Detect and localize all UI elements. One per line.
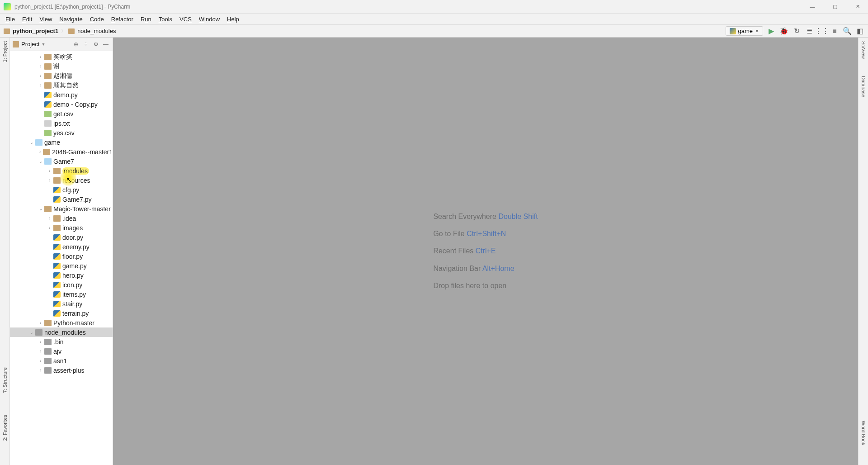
empty-line: Drop files here to open bbox=[433, 282, 506, 289]
menu-window[interactable]: Window bbox=[195, 14, 223, 24]
run-config-selector[interactable]: game ▼ bbox=[726, 26, 763, 36]
tree-row-node_modules[interactable]: ⌄node_modules bbox=[10, 327, 113, 337]
tree-row-cfg.py[interactable]: ·cfg.py bbox=[10, 185, 113, 195]
tree-row-stair.py[interactable]: ·stair.py bbox=[10, 299, 113, 308]
gutter-sciview[interactable]: SciView bbox=[861, 39, 866, 61]
tree-row-ips.txt[interactable]: ·ips.txt bbox=[10, 119, 113, 128]
tree-label: 2048-Game--master1 bbox=[52, 148, 113, 156]
menu-vcs[interactable]: VCS bbox=[176, 14, 195, 24]
folder-icon bbox=[44, 82, 52, 89]
tree-row-door.py[interactable]: ·door.py bbox=[10, 232, 113, 242]
tree-row-demo.py[interactable]: ·demo.py bbox=[10, 90, 113, 100]
tree-row-.idea[interactable]: ›.idea bbox=[10, 214, 113, 223]
shortcut: Ctrl+E bbox=[476, 247, 496, 255]
chevron-right-icon[interactable]: › bbox=[46, 168, 53, 173]
close-button[interactable]: ✕ bbox=[851, 2, 864, 11]
tree-row-icon.py[interactable]: ·icon.py bbox=[10, 280, 113, 289]
tree-row-items.py[interactable]: ·items.py bbox=[10, 289, 113, 299]
chevron-right-icon[interactable]: › bbox=[37, 64, 44, 69]
breadcrumb-root[interactable]: python_project1 bbox=[13, 28, 58, 34]
chevron-right-icon[interactable]: › bbox=[37, 149, 43, 154]
run-coverage-button[interactable]: ↻ bbox=[792, 27, 801, 36]
tree-row-2048-Game--master1[interactable]: ›2048-Game--master1 bbox=[10, 147, 113, 157]
chevron-down-icon[interactable]: ⌄ bbox=[28, 330, 35, 335]
tree-row-terrain.py[interactable]: ·terrain.py bbox=[10, 308, 113, 318]
menu-code[interactable]: Code bbox=[86, 14, 108, 24]
chevron-right-icon[interactable]: › bbox=[37, 358, 44, 363]
tree-row-assert-plus[interactable]: ›assert-plus bbox=[10, 365, 113, 375]
menu-run[interactable]: Run bbox=[137, 14, 155, 24]
stop-button[interactable]: ■ bbox=[830, 27, 839, 36]
hide-icon[interactable]: — bbox=[102, 40, 110, 48]
chevron-down-icon[interactable]: ⌄ bbox=[28, 140, 35, 145]
editor-area[interactable]: Search Everywhere Double Shift Go to Fil… bbox=[113, 38, 858, 465]
gutter-database[interactable]: Database bbox=[861, 74, 866, 99]
empty-line: Recent Files bbox=[433, 247, 475, 255]
tree-row-谢[interactable]: ›谢 bbox=[10, 62, 113, 71]
breadcrumb-item[interactable]: node_modules bbox=[77, 28, 116, 34]
collapse-icon[interactable]: ÷ bbox=[82, 40, 90, 48]
chevron-down-icon[interactable]: ⌄ bbox=[37, 206, 44, 211]
tree-row-hero.py[interactable]: ·hero.py bbox=[10, 270, 113, 280]
tree-row-赵湘儒[interactable]: ›赵湘儒 bbox=[10, 71, 113, 81]
cursor-icon: ↖ bbox=[66, 176, 72, 184]
tree-row-.bin[interactable]: ›.bin bbox=[10, 337, 113, 346]
concurrency-button[interactable]: ⋮⋮ bbox=[817, 27, 826, 36]
tree-row-Magic-Tower-master[interactable]: ⌄Magic-Tower-master bbox=[10, 204, 113, 214]
tree-row-Game7.py[interactable]: ·Game7.py bbox=[10, 195, 113, 204]
tree-row-Python-master[interactable]: ›Python-master bbox=[10, 318, 113, 327]
chevron-right-icon[interactable]: › bbox=[46, 178, 53, 183]
search-icon[interactable]: 🔍 bbox=[843, 27, 852, 36]
pyfile-icon bbox=[53, 272, 61, 279]
run-button[interactable]: ▶ bbox=[767, 27, 776, 36]
chevron-right-icon[interactable]: › bbox=[37, 349, 44, 354]
tree-row-game[interactable]: ⌄game bbox=[10, 138, 113, 147]
folder-icon bbox=[44, 73, 52, 79]
gutter-project[interactable]: 1: Project bbox=[2, 39, 8, 64]
maximize-button[interactable]: ▢ bbox=[828, 2, 842, 11]
tree-row-Game7[interactable]: ⌄Game7 bbox=[10, 157, 113, 166]
tree-row-enemy.py[interactable]: ·enemy.py bbox=[10, 242, 113, 251]
gear-icon[interactable]: ⚙ bbox=[92, 40, 100, 48]
tree-row-game.py[interactable]: ·game.py bbox=[10, 261, 113, 270]
debug-button[interactable]: 🐞 bbox=[779, 27, 788, 36]
tree-row-ajv[interactable]: ›ajv bbox=[10, 346, 113, 356]
csvfile-icon bbox=[44, 111, 52, 117]
tree-row-顺其自然[interactable]: ›顺其自然 bbox=[10, 81, 113, 90]
menu-edit[interactable]: Edit bbox=[19, 14, 36, 24]
menu-file[interactable]: File bbox=[2, 14, 19, 24]
menu-view[interactable]: View bbox=[36, 14, 56, 24]
tree-row-floor.py[interactable]: ·floor.py bbox=[10, 251, 113, 261]
tree-row-demo - Copy.py[interactable]: ·demo - Copy.py bbox=[10, 100, 113, 109]
chevron-right-icon[interactable]: › bbox=[37, 368, 44, 373]
tree-row-yes.csv[interactable]: ·yes.csv bbox=[10, 128, 113, 138]
menu-tools[interactable]: Tools bbox=[155, 14, 176, 24]
chevron-right-icon[interactable]: › bbox=[37, 73, 44, 78]
tree-label: Magic-Tower-master bbox=[53, 205, 111, 213]
breadcrumb[interactable]: python_project1 〉 node_modules bbox=[4, 28, 116, 34]
menu-refactor[interactable]: Refactor bbox=[108, 14, 137, 24]
tree-row-images[interactable]: ›images bbox=[10, 223, 113, 232]
chevron-down-icon[interactable]: ⌄ bbox=[37, 159, 44, 164]
tree-row-asn1[interactable]: ›asn1 bbox=[10, 356, 113, 365]
menu-navigate[interactable]: Navigate bbox=[56, 14, 86, 24]
gutter-favorites[interactable]: 2: Favorites bbox=[2, 413, 8, 442]
tree-row-get.csv[interactable]: ·get.csv bbox=[10, 109, 113, 119]
chevron-right-icon[interactable]: › bbox=[37, 54, 44, 59]
tree-row-笑啥笑[interactable]: ›笑啥笑 bbox=[10, 52, 113, 62]
chevron-right-icon[interactable]: › bbox=[46, 225, 53, 230]
minimize-button[interactable]: — bbox=[806, 2, 819, 11]
chevron-right-icon[interactable]: › bbox=[37, 339, 44, 344]
menu-help[interactable]: Help bbox=[223, 14, 243, 24]
gutter-wordbook[interactable]: Word Book bbox=[861, 419, 866, 447]
chevron-down-icon[interactable]: ▼ bbox=[41, 42, 45, 47]
project-tree[interactable]: ›笑啥笑›谢›赵湘儒›顺其自然·demo.py·demo - Copy.py·g… bbox=[10, 51, 113, 465]
chevron-right-icon[interactable]: › bbox=[46, 216, 53, 221]
gutter-structure[interactable]: 7: Structure bbox=[2, 365, 8, 395]
sidebar-title[interactable]: Project bbox=[21, 41, 39, 47]
chevron-right-icon[interactable]: › bbox=[37, 83, 44, 88]
locate-icon[interactable]: ⊕ bbox=[72, 40, 80, 48]
assist-icon[interactable]: ◧ bbox=[855, 27, 864, 36]
chevron-right-icon[interactable]: › bbox=[37, 320, 44, 325]
profile-button[interactable]: ≣ bbox=[805, 27, 814, 36]
